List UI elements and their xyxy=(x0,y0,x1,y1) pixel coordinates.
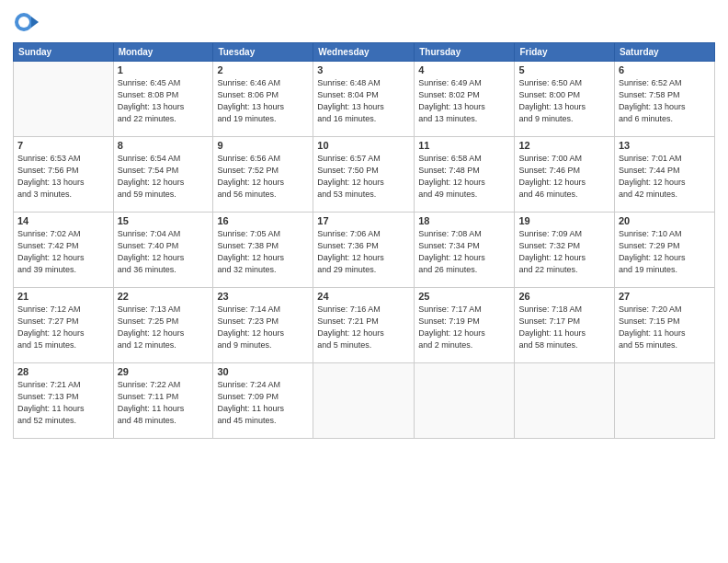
calendar-cell: 25Sunrise: 7:17 AM Sunset: 7:19 PM Dayli… xyxy=(415,288,515,363)
day-info: Sunrise: 7:08 AM Sunset: 7:34 PM Dayligh… xyxy=(418,228,510,276)
calendar-cell: 6Sunrise: 6:52 AM Sunset: 7:58 PM Daylig… xyxy=(614,62,714,137)
day-info: Sunrise: 6:53 AM Sunset: 7:56 PM Dayligh… xyxy=(17,153,109,201)
day-number: 1 xyxy=(118,64,210,75)
day-number: 6 xyxy=(619,64,711,75)
day-number: 7 xyxy=(17,140,109,151)
calendar-cell: 28Sunrise: 7:21 AM Sunset: 7:13 PM Dayli… xyxy=(14,363,114,439)
day-number: 23 xyxy=(217,291,309,302)
weekday-header-thursday: Thursday xyxy=(415,43,515,62)
day-info: Sunrise: 7:20 AM Sunset: 7:15 PM Dayligh… xyxy=(619,304,711,351)
day-number: 16 xyxy=(217,215,309,226)
calendar-cell: 2Sunrise: 6:46 AM Sunset: 8:06 PM Daylig… xyxy=(213,62,313,137)
calendar-cell: 29Sunrise: 7:22 AM Sunset: 7:11 PM Dayli… xyxy=(113,363,213,439)
day-number: 17 xyxy=(317,215,410,226)
day-number: 15 xyxy=(118,215,210,226)
day-info: Sunrise: 6:50 AM Sunset: 8:00 PM Dayligh… xyxy=(518,77,609,125)
day-info: Sunrise: 6:58 AM Sunset: 7:48 PM Dayligh… xyxy=(418,153,510,201)
day-info: Sunrise: 6:52 AM Sunset: 7:58 PM Dayligh… xyxy=(619,77,711,125)
calendar-cell: 19Sunrise: 7:09 AM Sunset: 7:32 PM Dayli… xyxy=(515,213,614,288)
day-info: Sunrise: 6:48 AM Sunset: 8:04 PM Dayligh… xyxy=(317,77,410,125)
day-number: 27 xyxy=(619,291,711,302)
weekday-header-row: SundayMondayTuesdayWednesdayThursdayFrid… xyxy=(14,43,715,62)
day-info: Sunrise: 7:10 AM Sunset: 7:29 PM Dayligh… xyxy=(619,228,711,276)
calendar-cell: 5Sunrise: 6:50 AM Sunset: 8:00 PM Daylig… xyxy=(515,62,614,137)
day-info: Sunrise: 7:02 AM Sunset: 7:42 PM Dayligh… xyxy=(17,228,109,276)
day-number: 8 xyxy=(118,140,210,151)
day-number: 12 xyxy=(518,140,609,151)
calendar-cell: 9Sunrise: 6:56 AM Sunset: 7:52 PM Daylig… xyxy=(213,137,313,213)
day-number: 30 xyxy=(217,366,309,377)
calendar-cell xyxy=(14,62,114,137)
weekday-header-wednesday: Wednesday xyxy=(313,43,415,62)
weekday-header-sunday: Sunday xyxy=(14,43,114,62)
day-number: 9 xyxy=(217,140,309,151)
week-row-5: 28Sunrise: 7:21 AM Sunset: 7:13 PM Dayli… xyxy=(14,363,715,439)
week-row-1: 1Sunrise: 6:45 AM Sunset: 8:08 PM Daylig… xyxy=(14,62,715,137)
day-number: 5 xyxy=(518,64,609,75)
day-info: Sunrise: 7:00 AM Sunset: 7:46 PM Dayligh… xyxy=(518,153,609,201)
calendar-cell: 16Sunrise: 7:05 AM Sunset: 7:38 PM Dayli… xyxy=(213,213,313,288)
header xyxy=(13,9,715,35)
calendar-cell xyxy=(415,363,515,439)
calendar-cell: 17Sunrise: 7:06 AM Sunset: 7:36 PM Dayli… xyxy=(313,213,415,288)
day-info: Sunrise: 7:09 AM Sunset: 7:32 PM Dayligh… xyxy=(518,228,609,276)
day-number: 14 xyxy=(17,215,109,226)
week-row-2: 7Sunrise: 6:53 AM Sunset: 7:56 PM Daylig… xyxy=(14,137,715,213)
day-info: Sunrise: 6:46 AM Sunset: 8:06 PM Dayligh… xyxy=(217,77,309,125)
calendar-cell xyxy=(614,363,714,439)
day-info: Sunrise: 7:14 AM Sunset: 7:23 PM Dayligh… xyxy=(217,304,309,351)
calendar-cell: 24Sunrise: 7:16 AM Sunset: 7:21 PM Dayli… xyxy=(313,288,415,363)
day-info: Sunrise: 7:05 AM Sunset: 7:38 PM Dayligh… xyxy=(217,228,309,276)
calendar-cell: 14Sunrise: 7:02 AM Sunset: 7:42 PM Dayli… xyxy=(14,213,114,288)
day-info: Sunrise: 6:54 AM Sunset: 7:54 PM Dayligh… xyxy=(118,153,210,201)
day-info: Sunrise: 7:01 AM Sunset: 7:44 PM Dayligh… xyxy=(619,153,711,201)
calendar-cell: 7Sunrise: 6:53 AM Sunset: 7:56 PM Daylig… xyxy=(14,137,114,213)
day-number: 18 xyxy=(418,215,510,226)
day-info: Sunrise: 6:45 AM Sunset: 8:08 PM Dayligh… xyxy=(118,77,210,125)
calendar-cell: 8Sunrise: 6:54 AM Sunset: 7:54 PM Daylig… xyxy=(113,137,213,213)
calendar-cell: 21Sunrise: 7:12 AM Sunset: 7:27 PM Dayli… xyxy=(14,288,114,363)
day-number: 3 xyxy=(317,64,410,75)
calendar-cell: 13Sunrise: 7:01 AM Sunset: 7:44 PM Dayli… xyxy=(614,137,714,213)
day-number: 29 xyxy=(118,366,210,377)
day-number: 19 xyxy=(518,215,609,226)
day-info: Sunrise: 7:21 AM Sunset: 7:13 PM Dayligh… xyxy=(17,379,109,427)
day-number: 13 xyxy=(619,140,711,151)
calendar-cell: 23Sunrise: 7:14 AM Sunset: 7:23 PM Dayli… xyxy=(213,288,313,363)
day-info: Sunrise: 7:06 AM Sunset: 7:36 PM Dayligh… xyxy=(317,228,410,276)
calendar-cell: 30Sunrise: 7:24 AM Sunset: 7:09 PM Dayli… xyxy=(213,363,313,439)
weekday-header-saturday: Saturday xyxy=(614,43,714,62)
day-number: 10 xyxy=(317,140,410,151)
day-number: 28 xyxy=(17,366,109,377)
calendar-cell: 20Sunrise: 7:10 AM Sunset: 7:29 PM Dayli… xyxy=(614,213,714,288)
day-number: 11 xyxy=(418,140,510,151)
week-row-4: 21Sunrise: 7:12 AM Sunset: 7:27 PM Dayli… xyxy=(14,288,715,363)
calendar-cell xyxy=(313,363,415,439)
svg-marker-1 xyxy=(31,17,39,28)
day-info: Sunrise: 6:49 AM Sunset: 8:02 PM Dayligh… xyxy=(418,77,510,125)
calendar-page: SundayMondayTuesdayWednesdayThursdayFrid… xyxy=(0,0,728,563)
day-info: Sunrise: 7:04 AM Sunset: 7:40 PM Dayligh… xyxy=(118,228,210,276)
calendar-cell: 26Sunrise: 7:18 AM Sunset: 7:17 PM Dayli… xyxy=(515,288,614,363)
logo xyxy=(13,9,42,35)
day-info: Sunrise: 6:57 AM Sunset: 7:50 PM Dayligh… xyxy=(317,153,410,201)
svg-point-2 xyxy=(18,17,29,28)
day-number: 24 xyxy=(317,291,410,302)
calendar-cell: 15Sunrise: 7:04 AM Sunset: 7:40 PM Dayli… xyxy=(113,213,213,288)
day-info: Sunrise: 7:18 AM Sunset: 7:17 PM Dayligh… xyxy=(518,304,609,351)
calendar-cell: 18Sunrise: 7:08 AM Sunset: 7:34 PM Dayli… xyxy=(415,213,515,288)
day-info: Sunrise: 7:12 AM Sunset: 7:27 PM Dayligh… xyxy=(17,304,109,351)
weekday-header-monday: Monday xyxy=(113,43,213,62)
calendar-cell: 27Sunrise: 7:20 AM Sunset: 7:15 PM Dayli… xyxy=(614,288,714,363)
calendar-cell: 22Sunrise: 7:13 AM Sunset: 7:25 PM Dayli… xyxy=(113,288,213,363)
calendar-cell: 3Sunrise: 6:48 AM Sunset: 8:04 PM Daylig… xyxy=(313,62,415,137)
calendar-cell: 4Sunrise: 6:49 AM Sunset: 8:02 PM Daylig… xyxy=(415,62,515,137)
day-number: 22 xyxy=(118,291,210,302)
week-row-3: 14Sunrise: 7:02 AM Sunset: 7:42 PM Dayli… xyxy=(14,213,715,288)
day-number: 25 xyxy=(418,291,510,302)
calendar-cell: 12Sunrise: 7:00 AM Sunset: 7:46 PM Dayli… xyxy=(515,137,614,213)
day-number: 26 xyxy=(518,291,609,302)
day-number: 4 xyxy=(418,64,510,75)
day-info: Sunrise: 7:13 AM Sunset: 7:25 PM Dayligh… xyxy=(118,304,210,351)
logo-icon xyxy=(13,9,39,35)
